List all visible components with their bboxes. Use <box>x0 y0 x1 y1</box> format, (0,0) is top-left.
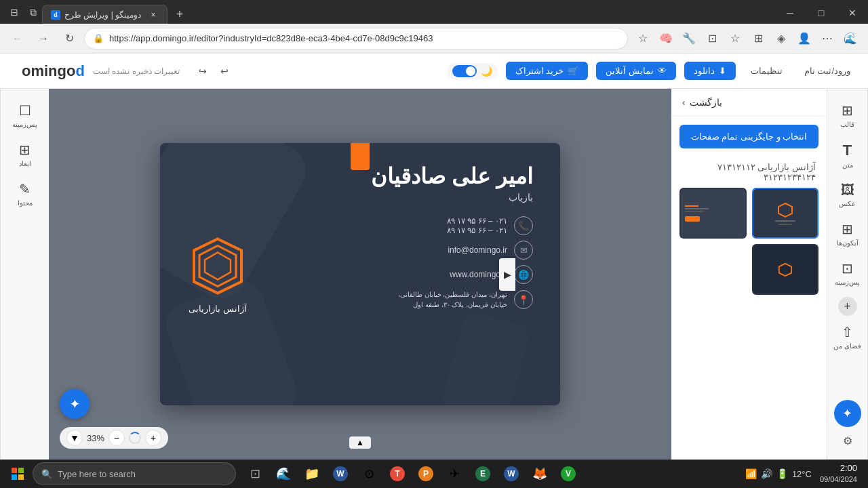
vsc-icon: V <box>561 466 576 481</box>
card-name: امیر علی صادقیان <box>371 163 533 189</box>
volume-icon[interactable]: 🔊 <box>761 468 772 479</box>
back-label: بازگشت <box>690 97 722 108</box>
search-icon: 🔍 <box>41 469 52 479</box>
explorer-button[interactable]: 📁 <box>298 460 326 487</box>
battery-icon[interactable]: 🔋 <box>776 468 788 479</box>
far-right-text[interactable]: T متن <box>831 136 865 174</box>
template-thumb-1[interactable] <box>752 188 819 239</box>
excel-button[interactable]: E <box>469 460 496 487</box>
desktop-icon[interactable]: ⊡ <box>701 28 723 49</box>
login-button[interactable]: ورود/ثبت نام <box>797 62 857 80</box>
far-right-template[interactable]: ⊞ قالب <box>831 97 865 134</box>
vsc-button[interactable]: V <box>555 460 582 487</box>
templates-grid <box>671 188 827 303</box>
browser-tab[interactable]: d دومینگو | ویرایش طرح × <box>42 5 167 24</box>
address-bar[interactable]: 🔒 https://app.domingo.ir/editor?industry… <box>84 28 628 49</box>
collections-icon[interactable]: ⊞ <box>747 28 769 49</box>
minimize-button[interactable]: ─ <box>774 3 806 22</box>
panel-nav-arrow[interactable]: ▶ <box>499 258 515 291</box>
card-address-row: 📍 تهران، میدان فلسطین، خیابان طالقانی،خی… <box>371 289 533 310</box>
far-right-icons[interactable]: ⊞ آیکون‌ها <box>831 216 865 252</box>
close-button[interactable]: ✕ <box>837 3 868 22</box>
taskview-button[interactable]: ⊡ <box>241 460 269 487</box>
brain-icon[interactable]: 🧠 <box>655 28 677 49</box>
template-thumb-2[interactable] <box>679 188 747 239</box>
more-icon[interactable]: ⋯ <box>816 28 838 49</box>
scroll-up-button[interactable]: ▲ <box>349 436 371 449</box>
edge-icon[interactable]: 🌊 <box>840 28 861 49</box>
ai-button[interactable]: ✦ <box>60 389 90 419</box>
chevron-right-icon: › <box>682 97 686 108</box>
tab-close-button[interactable]: × <box>148 9 159 20</box>
star-icon[interactable]: ☆ <box>724 28 746 49</box>
telegram-button[interactable]: ✈ <box>441 460 468 487</box>
start-button[interactable] <box>5 462 30 486</box>
select-all-button[interactable]: انتخاب و جایگزینی تمام صفحات <box>679 125 818 148</box>
template-thumb-3[interactable] <box>752 244 819 295</box>
download-button[interactable]: ⬇ دانلود <box>684 62 736 80</box>
zoom-loader <box>129 432 141 444</box>
forward-button[interactable]: → <box>33 28 54 49</box>
icons-label: آیکون‌ها <box>837 239 859 247</box>
app7-button[interactable]: P <box>412 460 439 487</box>
bookmarks-icon[interactable]: ☆ <box>632 28 654 49</box>
templates-label: آژانس بازاریابی ۷۱۳۱۲۱۱۲ ۳۱۲۳۱۲۳۴۱۲۴ <box>671 157 827 188</box>
settings-button[interactable]: تنظیمات <box>744 62 789 80</box>
svg-marker-3 <box>778 203 792 217</box>
square-icon[interactable]: ⊟ <box>5 3 23 21</box>
phone-icon: 📞 <box>514 216 533 235</box>
redo-button[interactable]: ↪ <box>193 62 212 81</box>
new-tab-button[interactable]: + <box>170 5 189 24</box>
split-icon[interactable]: ⧉ <box>24 3 42 21</box>
myspace-label: فضای من <box>833 342 861 350</box>
app6-button[interactable]: T <box>384 460 411 487</box>
toolbar-item-background[interactable]: ☐ پس‌زمینه <box>5 97 45 134</box>
location-icon: 📍 <box>514 290 533 309</box>
back-button[interactable]: ← <box>7 28 28 49</box>
theme-toggle[interactable]: 🌙 <box>447 63 498 79</box>
copilot-icon[interactable]: ◈ <box>770 28 792 49</box>
taskbar-clock[interactable]: 2:00 09/04/2024 <box>814 462 863 485</box>
phone1-text: ۰۲۱ – ۶۶ ۹۵ ۱۷ ۸۹ <box>447 216 507 226</box>
email-icon: ✉ <box>514 241 533 260</box>
preview-button[interactable]: 👁 نمایش آنلاین <box>596 62 676 80</box>
firefox-button[interactable]: 🦊 <box>526 460 553 487</box>
browser-toolbar: ← → ↻ 🔒 https://app.domingo.ir/editor?in… <box>0 24 868 54</box>
toolbar-item-content[interactable]: ✎ محتوا <box>5 176 45 212</box>
toggle-switch[interactable] <box>452 65 477 77</box>
taskbar-icons: ⊡ 🌊 📁 W ⊙ T P ✈ E W 🦊 <box>241 460 582 487</box>
purchase-button[interactable]: 🛒 خرید اشتراک <box>506 62 589 80</box>
back-button[interactable]: بازگشت › <box>671 89 827 117</box>
extensions-icon[interactable]: 🔧 <box>678 28 700 49</box>
far-right-ai-button[interactable]: ✦ <box>834 400 861 427</box>
far-right-photo[interactable]: 🖼 عکس <box>831 177 865 213</box>
word2-button[interactable]: W <box>498 460 525 487</box>
word-button[interactable]: W <box>327 460 354 487</box>
undo-button[interactable]: ↩ <box>215 62 234 81</box>
maximize-button[interactable]: □ <box>806 3 837 22</box>
word-icon: W <box>333 466 348 481</box>
reload-button[interactable]: ↻ <box>58 28 80 49</box>
background-label: پس‌زمینه <box>12 121 37 128</box>
upload-icon: ⇧ <box>842 324 853 340</box>
zoom-level: 33% <box>87 433 104 443</box>
purchase-label: خرید اشتراک <box>515 66 564 76</box>
content-label: محتوا <box>18 199 33 207</box>
toolbar-item-dimensions[interactable]: ⊞ ابعاد <box>5 136 45 173</box>
chrome-button[interactable]: ⊙ <box>355 460 382 487</box>
edge-taskbar-button[interactable]: 🌊 <box>270 460 297 487</box>
add-button[interactable]: + <box>838 297 857 316</box>
taskbar-search[interactable]: 🔍 Type here to search <box>33 462 236 485</box>
far-right-background[interactable]: ⊡ پس‌زمینه <box>831 255 865 291</box>
profile-icon[interactable]: 👤 <box>793 28 815 49</box>
zoom-controls: ▼ 33% − + <box>60 427 168 449</box>
orange-accent <box>351 143 370 170</box>
app6-icon: T <box>390 466 405 481</box>
far-right-settings-button[interactable]: ⚙ <box>837 430 859 451</box>
wifi-icon[interactable]: 📶 <box>745 468 757 479</box>
far-right-myspace[interactable]: ⇧ فضای من <box>831 319 865 355</box>
zoom-down-icon[interactable]: ▼ <box>66 430 83 446</box>
zoom-minus-button[interactable]: − <box>108 430 125 446</box>
preview-label: نمایش آنلاین <box>606 66 654 76</box>
zoom-plus-button[interactable]: + <box>145 430 161 446</box>
